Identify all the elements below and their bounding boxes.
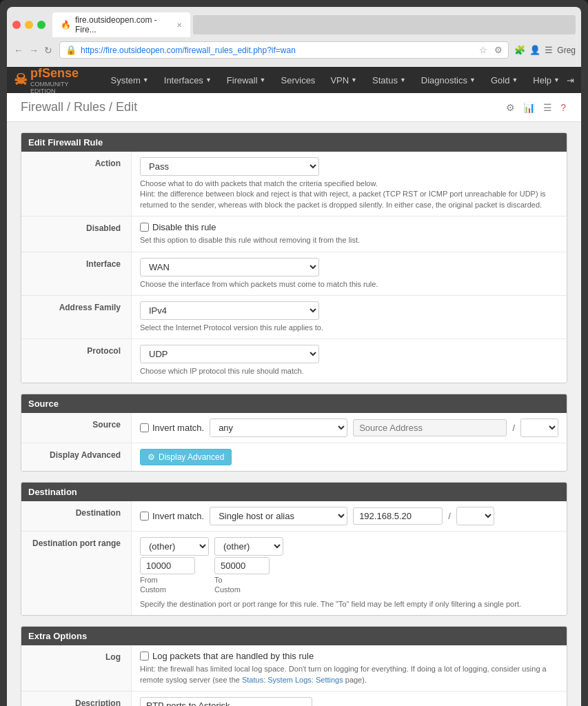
nav-vpn[interactable]: VPN ▼: [323, 70, 364, 91]
interface-hint: Choose the interface from which packets …: [140, 279, 558, 290]
nav-menu: System ▼ Interfaces ▼ Firewall ▼ Service…: [104, 70, 567, 91]
dest-port-content: (other) any HTTP (80) HTTPS (443) From C…: [132, 532, 567, 615]
display-advanced-source-row: Display Advanced ⚙ Display Advanced: [21, 443, 567, 471]
address-family-select[interactable]: IPv4 IPv6 IPv4+IPv6: [140, 301, 319, 320]
close-dot[interactable]: [12, 21, 21, 29]
destination-input-group: Invert match. any WAN address LAN addres…: [140, 507, 558, 525]
chart-icon[interactable]: 📊: [522, 101, 536, 114]
source-row: Source Invert match. any WAN address WAN…: [21, 413, 567, 443]
disabled-label: Disabled: [21, 216, 132, 251]
breadcrumb-firewall[interactable]: Firewall: [21, 100, 63, 114]
browser-tab[interactable]: 🔥 fire.outsideopen.com - Fire... ✕: [52, 12, 190, 37]
interface-label: Interface: [21, 252, 132, 295]
destination-row: Destination Invert match. any WAN addres…: [21, 501, 567, 532]
minimize-dot[interactable]: [25, 21, 33, 29]
source-cidr-select[interactable]: [520, 418, 558, 437]
nav-status[interactable]: Status ▼: [365, 70, 413, 91]
back-button[interactable]: ←: [12, 43, 25, 57]
address-family-hint: Select the Internet Protocol version thi…: [140, 323, 558, 333]
brand-sub: COMMUNITY EDITION: [30, 81, 90, 94]
display-advanced-source-button[interactable]: ⚙ Display Advanced: [140, 449, 232, 465]
protocol-content: TCP UDP TCP/UDP ICMP any Choose which IP…: [132, 339, 567, 382]
nav-services[interactable]: Services: [274, 70, 323, 91]
log-row: Log Log packets that are handled by this…: [21, 645, 567, 692]
page-icons: ⚙ 📊 ☰ ?: [505, 101, 567, 114]
brand-name: pfSense: [30, 66, 79, 80]
log-checkbox[interactable]: [140, 652, 149, 660]
description-input[interactable]: [140, 697, 312, 706]
source-address-input[interactable]: [353, 419, 507, 436]
edit-firewall-rule-section: Edit Firewall Rule Action Pass Block Rej…: [21, 132, 567, 383]
page-header: Firewall / Rules / Edit ⚙ 📊 ☰ ?: [7, 93, 581, 122]
nav-gold[interactable]: Gold ▼: [484, 70, 525, 91]
interface-select[interactable]: WAN LAN OPT1: [140, 258, 319, 276]
port-range-section: (other) any HTTP (80) HTTPS (443) From C…: [140, 537, 558, 609]
description-content: A description may be entered here for ad…: [132, 692, 567, 706]
extensions-icon: 🧩: [514, 45, 525, 55]
breadcrumb-sep1: /: [67, 100, 74, 114]
disabled-checkbox[interactable]: [140, 223, 149, 232]
log-hint-link[interactable]: Status: System Logs: Settings: [242, 676, 343, 684]
protocol-select[interactable]: TCP UDP TCP/UDP ICMP any: [140, 345, 319, 363]
interface-row: Interface WAN LAN OPT1 Choose the interf…: [21, 252, 567, 296]
menu-icon[interactable]: ☰: [545, 45, 553, 55]
nav-system[interactable]: System ▼: [104, 70, 156, 91]
address-family-content: IPv4 IPv6 IPv4+IPv6 Select the Internet …: [132, 296, 567, 339]
source-invert-label[interactable]: Invert match.: [140, 423, 204, 433]
breadcrumb: Firewall / Rules / Edit: [21, 100, 137, 114]
display-advanced-source-label: Display Advanced: [21, 443, 132, 471]
nav-right-icon[interactable]: ⇥: [567, 75, 574, 85]
source-type-select[interactable]: any WAN address WAN net Single host or a…: [210, 418, 347, 437]
source-invert-checkbox[interactable]: [140, 423, 149, 432]
disabled-checkbox-label[interactable]: Disable this rule: [140, 222, 558, 232]
source-invert-text: Invert match.: [152, 423, 204, 433]
from-port-select[interactable]: (other) any HTTP (80) HTTPS (443): [140, 537, 209, 556]
filter-icon[interactable]: ⚙: [505, 101, 516, 114]
log-content: Log packets that are handled by this rul…: [132, 645, 567, 691]
from-custom-label: Custom: [140, 585, 209, 594]
to-port-select[interactable]: (other) any: [214, 537, 283, 556]
from-port-input[interactable]: [140, 557, 195, 574]
destination-type-select[interactable]: any WAN address LAN address Single host …: [210, 507, 347, 525]
description-label: Description: [21, 692, 132, 706]
dest-invert-checkbox[interactable]: [140, 512, 149, 521]
reload-button[interactable]: ↻: [43, 43, 54, 57]
disabled-hint: Set this option to disable this rule wit…: [140, 235, 558, 245]
action-label: Action: [21, 152, 132, 216]
user-name: Greg: [557, 46, 576, 55]
maximize-dot[interactable]: [37, 21, 45, 29]
port-row-fields: (other) any HTTP (80) HTTPS (443) From C…: [140, 537, 558, 594]
extra-options-header: Extra Options: [21, 627, 567, 645]
list-icon[interactable]: ☰: [542, 101, 554, 114]
disabled-content: Disable this rule Set this option to dis…: [132, 216, 567, 251]
disabled-checkbox-text: Disable this rule: [152, 222, 216, 232]
dest-port-row: Destination port range (other) any HTTP …: [21, 532, 567, 615]
tab-close-button[interactable]: ✕: [176, 21, 182, 29]
action-hint: Choose what to do with packets that matc…: [140, 179, 558, 210]
destination-ip-input[interactable]: [353, 507, 443, 525]
edit-rule-header: Edit Firewall Rule: [21, 133, 567, 152]
dest-invert-text: Invert match.: [152, 511, 204, 521]
nav-help[interactable]: Help ▼: [526, 70, 567, 91]
nav-interfaces[interactable]: Interfaces ▼: [157, 70, 219, 91]
bookmark-icon[interactable]: ☆: [479, 45, 487, 55]
nav-firewall[interactable]: Firewall ▼: [220, 70, 273, 91]
disabled-row: Disabled Disable this rule Set this opti…: [21, 216, 567, 252]
address-bar[interactable]: https://fire.outsideopen.com/firewall_ru…: [81, 46, 475, 55]
gear-icon: ⚙: [148, 452, 155, 462]
log-checkbox-label[interactable]: Log packets that are handled by this rul…: [140, 651, 558, 661]
log-checkbox-text: Log packets that are handled by this rul…: [152, 651, 314, 661]
display-advanced-source-content: ⚙ Display Advanced: [132, 443, 567, 471]
to-port-col: (other) any To Custom: [214, 537, 283, 594]
forward-button[interactable]: →: [28, 43, 40, 57]
nav-diagnostics[interactable]: Diagnostics ▼: [414, 70, 483, 91]
dest-cidr-select[interactable]: [456, 507, 494, 525]
navbar: ☠ pfSense COMMUNITY EDITION System ▼ Int…: [7, 67, 581, 93]
breadcrumb-rules[interactable]: Rules: [74, 100, 105, 114]
dest-invert-label[interactable]: Invert match.: [140, 511, 204, 521]
settings-icon[interactable]: ⚙: [494, 45, 503, 55]
dest-port-label: Destination port range: [21, 532, 132, 615]
action-select[interactable]: Pass Block Reject: [140, 157, 319, 176]
help-icon[interactable]: ?: [559, 101, 567, 114]
to-port-input[interactable]: [214, 557, 270, 574]
